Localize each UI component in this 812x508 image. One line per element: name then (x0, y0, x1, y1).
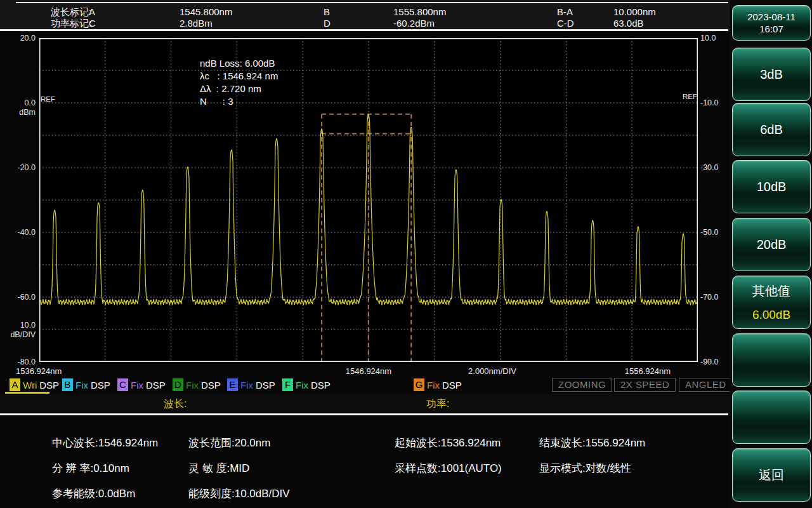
y-axis-left-tick-label: -60.0 (5, 293, 36, 302)
section-header-band: 波长: 功率: (0, 394, 730, 416)
marker-diff-id: C-D (557, 18, 574, 29)
softkey-6db[interactable]: 6dB (732, 103, 811, 156)
trace-letter-badge: D (173, 378, 183, 391)
softkey-value: 6.00dB (752, 308, 790, 322)
trace-letter-badge: C (117, 378, 128, 391)
trace-letter-badge: E (227, 378, 238, 391)
y-axis-left-unit-label: dBm (5, 108, 36, 117)
annotation-line: ndB Loss: 6.00dB (200, 57, 278, 70)
parameter-readout: 灵 敏 度:MID (188, 461, 249, 476)
parameter-readout: 显示模式:对数/线性 (539, 461, 631, 476)
annotation-line: Δλ : 2.720 nm (200, 83, 278, 95)
parameter-readout: 波长范围:20.0nm (188, 436, 270, 450)
trace-mode-label: Fix (296, 380, 308, 391)
ref-marker-right: REF (683, 93, 697, 100)
softkey-label: 10dB (757, 180, 787, 194)
parameter-readout: 分 辨 率:0.10nm (52, 461, 129, 476)
angled-status-button[interactable]: ANGLED (679, 378, 733, 392)
y-axis-left-tick-label: -80.0 (5, 358, 36, 367)
trace-mode-label: Fix (131, 380, 143, 391)
softkey-blank-6[interactable] (732, 391, 811, 444)
annotation-line: λc : 1546.924 nm (200, 70, 278, 83)
y-axis-scale-label: dB/DIV (5, 330, 36, 340)
softkey-20db[interactable]: 20dB (732, 218, 811, 271)
y-axis-left-tick-label: -20.0 (5, 163, 36, 173)
trace-dsp-label: DSP (91, 380, 110, 391)
trace-dsp-label: DSP (256, 380, 275, 391)
section-separator-line (0, 413, 728, 415)
x-axis-tick-label: 1536.924nm (16, 366, 62, 376)
y-axis-left-tick-label: 0.0 (5, 98, 36, 108)
y-axis-right-tick-label: -30.0 (700, 163, 719, 173)
trace-mode-label: Fix (186, 380, 199, 391)
trace-mode-label: Fix (427, 380, 440, 391)
softkey-10db[interactable]: 10dB (732, 160, 811, 213)
softkey-label: 返回 (759, 467, 784, 484)
marker2-id: D (324, 18, 331, 29)
trace-letter-badge: B (62, 378, 73, 391)
osa-screen: 波长标记:A1545.800nmB1555.800nmB-A10.000nm功率… (0, 0, 812, 508)
marker1-id: A (89, 6, 95, 18)
marker-type-label: 波长标记: (51, 6, 91, 18)
ndb-analysis-annotation: ndB Loss: 6.00dBλc : 1546.924 nmΔλ : 2.7… (200, 57, 278, 108)
marker1-value: 1545.800nm (180, 6, 232, 18)
trace-select-c[interactable]: CFixDSP (117, 377, 166, 392)
softkey-label: 6dB (760, 123, 783, 137)
y-axis-left-tick-label: -40.0 (5, 228, 36, 237)
trace-mode-label: Fix (240, 380, 253, 391)
marker2-value: 1555.800nm (393, 6, 446, 18)
date-text: 2023-08-11 (747, 11, 796, 23)
parameter-readout: 采样点数:1001(AUTO) (395, 461, 502, 476)
marker2-id: B (324, 6, 330, 18)
y-axis-right-tick-label: -50.0 (700, 228, 719, 237)
trace-select-a[interactable]: AWriDSP (10, 377, 59, 392)
softkey-其他值[interactable]: 其他值6.00dB (732, 276, 811, 329)
trace-dsp-label: DSP (39, 380, 59, 391)
y-axis-right-tick-label: 10.0 (700, 34, 716, 43)
parameter-readout: 起始波长:1536.924nm (395, 436, 501, 450)
trace-select-f[interactable]: FFixDSP (282, 377, 331, 392)
trace-letter-badge: F (282, 378, 293, 391)
marker2-value: -60.2dBm (393, 18, 435, 29)
x-axis-tick-label: 1546.924nm (346, 366, 391, 376)
y-axis-left-tick-label: 20.0 (5, 34, 36, 43)
datetime-button[interactable]: 2023-08-11 16:07 (732, 5, 811, 41)
top-border-line (16, 2, 728, 3)
y-axis-scale-label: 10.0 (5, 321, 36, 330)
parameter-readout: 参考能级:0.0dBm (52, 486, 135, 501)
trace-mode-label: Fix (75, 380, 88, 391)
parameter-readout: 结束波长:1556.924nm (539, 436, 645, 450)
marker1-id: C (89, 18, 96, 29)
time-text: 16:07 (759, 23, 783, 35)
trace-select-b[interactable]: BFixDSP (62, 377, 110, 392)
softkey-label: 3dB (760, 67, 783, 82)
softkey-label: 20dB (757, 237, 787, 252)
speed-status-button[interactable]: 2X SPEED (614, 378, 676, 392)
zooming-status-button[interactable]: ZOOMING (552, 378, 612, 392)
marker-bar-separator (0, 29, 728, 31)
trace-letter-badge: A (10, 378, 20, 391)
ref-marker-left: REF (41, 95, 55, 103)
marker-diff-value: 10.000nm (613, 6, 656, 18)
softkey-返回[interactable]: 返回 (732, 448, 811, 502)
x-axis-tick-label: 2.000nm/DIV (468, 366, 516, 376)
spectrum-plot-region: 20.00.0-20.0-40.0-60.0-80.0dBm10.0dB/DIV… (0, 32, 730, 394)
softkey-label: 其他值 (752, 283, 790, 300)
trace-dsp-label: DSP (146, 380, 166, 391)
parameter-readout: 能级刻度:10.0dB/DIV (188, 486, 290, 501)
y-axis-right-tick-label: -10.0 (700, 98, 719, 108)
softkey-3db[interactable]: 3dB (732, 48, 811, 101)
trace-select-g[interactable]: GFixDSP (414, 377, 462, 392)
trace-dsp-label: DSP (311, 380, 331, 391)
y-axis-right-tick-label: -90.0 (700, 358, 719, 367)
y-axis-right-tick-label: -70.0 (700, 293, 719, 302)
softkey-blank-5[interactable] (732, 333, 811, 387)
trace-select-d[interactable]: DFixDSP (173, 377, 221, 392)
trace-mode-label: Wri (23, 380, 37, 391)
trace-select-e[interactable]: EFixDSP (227, 377, 275, 392)
x-axis-tick-label: 1556.924nm (594, 366, 671, 376)
trace-legend-row: AWriDSPBFixDSPCFixDSPDFixDSPEFixDSPFFixD… (0, 376, 730, 394)
wavelength-section-label: 波长: (164, 398, 187, 411)
marker-diff-value: 63.0dB (613, 18, 644, 29)
marker-type-label: 功率标记: (51, 18, 91, 29)
